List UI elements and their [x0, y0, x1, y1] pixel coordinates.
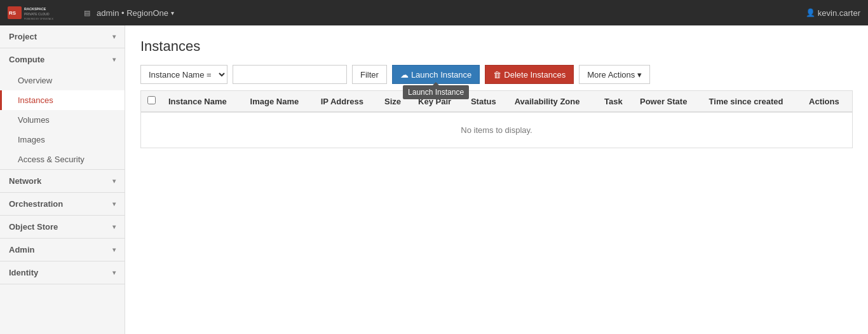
instances-table: Instance Name Image Name IP Address Size… [141, 91, 852, 148]
sidebar-project-label: Project [9, 32, 37, 41]
delete-instances-label: Delete Instances [504, 70, 566, 80]
sidebar-orchestration-caret: ▾ [112, 200, 116, 207]
sidebar-project-caret: ▾ [112, 33, 116, 40]
col-size: Size [378, 91, 412, 112]
sidebar-compute-caret: ▾ [112, 56, 116, 63]
page-title: Instances [140, 38, 853, 55]
more-actions-button[interactable]: More Actions ▾ [579, 65, 650, 84]
filter-select[interactable]: Instance Name = [140, 65, 227, 84]
col-image-name: Image Name [244, 91, 315, 112]
brand: RS RACKSPACE PRIVATE CLOUD POWERED BY OP… [8, 4, 78, 22]
main-layout: Project ▾ Compute ▾ Overview Instances V… [0, 25, 868, 334]
empty-table-row: No items to display. [141, 112, 852, 148]
delete-instances-button[interactable]: 🗑 Delete Instances [485, 65, 574, 84]
sidebar-header-network[interactable]: Network ▾ [0, 170, 125, 192]
more-actions-label: More Actions [587, 70, 635, 80]
select-all-checkbox[interactable] [147, 96, 156, 104]
sidebar-network-label: Network [9, 176, 41, 186]
launch-icon: ☁ [400, 70, 409, 80]
content-area: Instances Instance Name = Filter ☁ Launc… [125, 25, 868, 334]
sidebar-item-instances[interactable]: Instances [0, 90, 125, 110]
col-ip-address: IP Address [315, 91, 378, 112]
navbar-left: RS RACKSPACE PRIVATE CLOUD POWERED BY OP… [8, 4, 174, 22]
col-actions: Actions [803, 91, 852, 112]
sidebar-section-network: Network ▾ [0, 170, 125, 193]
svg-text:RACKSPACE: RACKSPACE [24, 7, 46, 11]
select-all-header [141, 91, 162, 112]
sidebar-compute-label: Compute [9, 55, 44, 64]
sidebar: Project ▾ Compute ▾ Overview Instances V… [0, 25, 125, 334]
sidebar-header-object-store[interactable]: Object Store ▾ [0, 216, 125, 238]
filter-input[interactable] [233, 65, 347, 84]
col-time-since-created: Time since created [703, 91, 803, 112]
sidebar-admin-caret: ▾ [112, 246, 116, 253]
svg-text:PRIVATE CLOUD: PRIVATE CLOUD [24, 12, 50, 16]
user-icon: 👤 [806, 8, 815, 17]
sidebar-header-identity[interactable]: Identity ▾ [0, 261, 125, 284]
sidebar-section-admin: Admin ▾ [0, 239, 125, 261]
navbar-right: 👤 kevin.carter [806, 8, 860, 18]
sidebar-identity-caret: ▾ [112, 269, 116, 276]
sidebar-identity-label: Identity [9, 268, 38, 277]
sidebar-section-compute: Compute ▾ Overview Instances Volumes Ima… [0, 48, 125, 170]
sidebar-network-caret: ▾ [112, 177, 116, 184]
project-label: admin • RegionOne [97, 8, 168, 18]
project-caret: ▾ [171, 10, 174, 17]
sidebar-section-identity: Identity ▾ [0, 261, 125, 284]
trash-icon: 🗑 [493, 70, 501, 80]
launch-instance-wrapper: ☁ Launch Instance Launch Instance [392, 65, 480, 84]
instances-table-wrapper: Instance Name Image Name IP Address Size… [140, 90, 853, 148]
project-selector[interactable]: admin • RegionOne ▾ [97, 8, 174, 18]
launch-instance-button[interactable]: ☁ Launch Instance [392, 65, 480, 84]
filter-button[interactable]: Filter [352, 65, 387, 84]
sidebar-item-volumes[interactable]: Volumes [0, 110, 125, 130]
col-status: Status [465, 91, 508, 112]
navbar: RS RACKSPACE PRIVATE CLOUD POWERED BY OP… [0, 0, 868, 25]
sidebar-header-compute[interactable]: Compute ▾ [0, 48, 125, 71]
more-actions-caret: ▾ [637, 70, 642, 80]
sidebar-admin-label: Admin [9, 245, 34, 254]
col-power-state: Power State [634, 91, 703, 112]
col-instance-name: Instance Name [162, 91, 244, 112]
sidebar-item-overview[interactable]: Overview [0, 71, 125, 90]
sidebar-orchestration-label: Orchestration [9, 199, 63, 209]
col-key-pair: Key Pair [412, 91, 465, 112]
sidebar-header-project[interactable]: Project ▾ [0, 25, 125, 48]
sidebar-item-access-security[interactable]: Access & Security [0, 150, 125, 169]
col-task: Task [598, 91, 634, 112]
sidebar-header-orchestration[interactable]: Orchestration ▾ [0, 193, 125, 215]
sidebar-section-object-store: Object Store ▾ [0, 216, 125, 239]
table-header-row: Instance Name Image Name IP Address Size… [141, 91, 852, 112]
sidebar-object-store-label: Object Store [9, 222, 58, 232]
sidebar-section-project: Project ▾ [0, 25, 125, 48]
toolbar: Instance Name = Filter ☁ Launch Instance… [140, 65, 853, 84]
svg-text:RS: RS [9, 10, 17, 16]
empty-table-message: No items to display. [141, 112, 852, 148]
menu-icon[interactable]: ▤ [84, 9, 90, 17]
sidebar-item-images[interactable]: Images [0, 130, 125, 150]
brand-logo: RS RACKSPACE PRIVATE CLOUD POWERED BY OP… [8, 4, 78, 22]
col-availability-zone: Availability Zone [508, 91, 598, 112]
sidebar-object-store-caret: ▾ [112, 223, 116, 230]
launch-instance-label: Launch Instance [411, 70, 471, 80]
svg-text:POWERED BY OPENSTACK: POWERED BY OPENSTACK [24, 18, 54, 20]
username[interactable]: kevin.carter [818, 8, 860, 18]
sidebar-header-admin[interactable]: Admin ▾ [0, 239, 125, 261]
sidebar-section-orchestration: Orchestration ▾ [0, 193, 125, 216]
